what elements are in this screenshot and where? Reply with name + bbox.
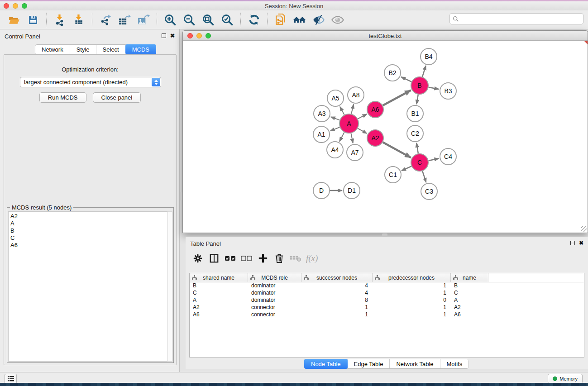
show-columns-icon[interactable] <box>208 253 220 264</box>
close-panel-button[interactable]: Close panel <box>93 92 141 103</box>
tab-edge-table[interactable]: Edge Table <box>348 359 390 368</box>
table-cell: 4 <box>301 282 373 290</box>
column-header-predecessor-nodes[interactable]: predecessor nodes <box>373 273 451 282</box>
table-header-row: shared nameMCDS rolesuccessor nodesprede… <box>190 273 584 282</box>
result-item[interactable]: A6 <box>10 242 168 249</box>
search-field[interactable] <box>449 13 583 24</box>
table-row[interactable]: Adominator80A <box>190 297 584 304</box>
splitpane-divider-horizontal[interactable] <box>382 234 387 236</box>
export-network-icon[interactable] <box>99 13 112 27</box>
table-settings-gear-icon[interactable] <box>192 253 204 264</box>
select-all-icon[interactable] <box>225 253 236 264</box>
edge-C-C1[interactable] <box>402 166 411 171</box>
table-row[interactable]: A2connector11A2 <box>190 304 584 311</box>
home-icon[interactable] <box>293 13 306 27</box>
table-cell: A2 <box>190 304 248 311</box>
edge-C-C2[interactable] <box>416 143 418 153</box>
close-table-panel-icon[interactable]: ✖ <box>579 241 583 245</box>
export-table-icon[interactable] <box>118 13 131 27</box>
save-session-icon[interactable] <box>26 13 40 27</box>
node-label-C4: C4 <box>444 153 452 160</box>
table-cell: A <box>190 297 248 304</box>
edge-A-A7[interactable] <box>351 133 353 143</box>
edge-B-B2[interactable] <box>401 77 411 82</box>
edge-A-A2[interactable] <box>358 129 367 133</box>
table-row[interactable]: Bdominator41B <box>190 282 584 290</box>
result-item[interactable]: C <box>10 234 168 242</box>
result-scrollbar[interactable] <box>167 211 172 362</box>
add-column-icon[interactable] <box>257 253 269 264</box>
node-label-A4: A4 <box>331 146 339 153</box>
edge-A-A6[interactable] <box>358 114 367 119</box>
mcds-result-list[interactable]: A2ABCA6 <box>8 211 168 362</box>
table-row[interactable]: A6connector11A6 <box>190 311 584 319</box>
column-header-MCDS-role[interactable]: MCDS role <box>248 273 301 282</box>
edge-A-A4[interactable] <box>339 132 344 141</box>
tab-node-table[interactable]: Node Table <box>304 359 348 369</box>
float-panel-icon[interactable] <box>162 33 166 38</box>
zoom-out-icon[interactable] <box>182 13 196 27</box>
edge-C-C3[interactable] <box>422 171 426 182</box>
table-cell: 1 <box>301 311 373 319</box>
edge-A-A5[interactable] <box>340 107 344 115</box>
result-item[interactable]: B <box>10 227 168 234</box>
mcds-result-title: MCDS result (5 nodes) <box>10 204 73 211</box>
node-label-A7: A7 <box>351 149 359 156</box>
task-history-button[interactable] <box>5 374 17 384</box>
tab-select[interactable]: Select <box>96 45 126 54</box>
zoom-fit-icon[interactable] <box>201 13 215 27</box>
tab-mcds[interactable]: MCDS <box>125 44 156 54</box>
open-session-icon[interactable] <box>7 13 21 27</box>
table-row[interactable]: Cdominator41C <box>190 290 584 297</box>
import-table-icon[interactable] <box>72 13 86 27</box>
clone-network-icon[interactable] <box>274 13 287 27</box>
edge-A-A8[interactable] <box>351 104 354 114</box>
memory-button[interactable]: Memory <box>548 374 583 384</box>
node-table[interactable]: shared nameMCDS rolesuccessor nodesprede… <box>189 273 584 357</box>
delete-column-trash-icon[interactable] <box>273 253 285 264</box>
show-hide-graphics-icon[interactable] <box>312 13 325 27</box>
control-panel: Control Panel ✖ NetworkStyleSelectMCDS O… <box>0 29 180 372</box>
table-cell: 1 <box>373 282 451 290</box>
tab-network[interactable]: Network <box>35 45 70 54</box>
optimization-criterion-label: Optimization criterion: <box>4 66 176 73</box>
import-network-icon[interactable] <box>53 13 67 27</box>
zoom-selected-icon[interactable] <box>220 13 234 27</box>
column-header-shared-name[interactable]: shared name <box>190 273 248 282</box>
tab-motifs[interactable]: Motifs <box>440 359 469 368</box>
show-graphics-details-icon[interactable] <box>331 13 344 27</box>
table-cell: B <box>190 282 248 290</box>
close-panel-icon[interactable]: ✖ <box>170 33 175 38</box>
network-canvas[interactable]: B4B2BB3A5A8A6A3B1AC2A1A2A4A7C4CC1DD1C3 <box>183 41 588 233</box>
edge-A6-B[interactable] <box>383 90 411 105</box>
deselect-all-icon[interactable] <box>241 253 253 264</box>
tab-network-table[interactable]: Network Table <box>390 359 440 368</box>
search-input[interactable] <box>461 16 580 22</box>
splitpane-divider-vertical[interactable] <box>180 192 182 200</box>
edge-A-A1[interactable] <box>330 127 340 131</box>
edge-B-B3[interactable] <box>429 87 439 89</box>
edge-C-C4[interactable] <box>429 158 439 161</box>
edge-A-A3[interactable] <box>331 117 340 120</box>
edge-B-B4[interactable] <box>422 66 426 77</box>
export-image-icon[interactable] <box>137 13 150 27</box>
node-label-A2: A2 <box>371 134 379 142</box>
main-toolbar <box>0 10 588 29</box>
table-cell: 1 <box>373 290 451 297</box>
zoom-in-icon[interactable] <box>163 13 177 27</box>
float-table-panel-icon[interactable] <box>570 241 575 245</box>
result-item[interactable]: A <box>10 220 168 227</box>
run-mcds-button[interactable]: Run MCDS <box>39 92 86 103</box>
refresh-icon[interactable] <box>247 13 261 27</box>
app-title: Session: New Session <box>0 3 588 10</box>
criterion-dropdown[interactable]: largest connected component (directed) <box>20 77 161 87</box>
result-item[interactable]: A2 <box>10 213 168 220</box>
node-label-A1: A1 <box>317 131 325 138</box>
tab-style[interactable]: Style <box>70 45 96 54</box>
edge-B-B1[interactable] <box>416 95 418 105</box>
network-resize-grip[interactable] <box>581 226 587 232</box>
edge-A2-C[interactable] <box>383 142 411 157</box>
mcds-tab-content: Optimization criterion: largest connecte… <box>4 54 177 365</box>
column-header-successor-nodes[interactable]: successor nodes <box>301 273 373 282</box>
column-header-name[interactable]: name <box>451 273 488 282</box>
